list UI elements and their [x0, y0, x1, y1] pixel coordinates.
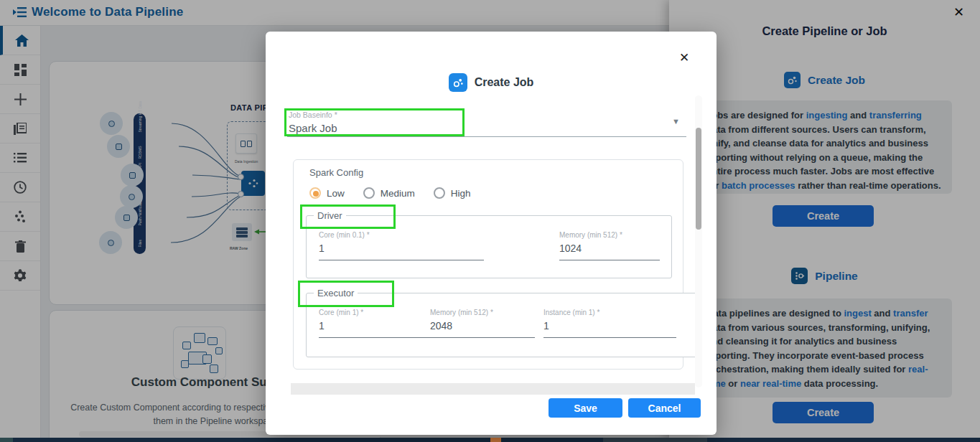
job-baseinfo-select[interactable]: Job Baseinfo * Spark Job: [289, 110, 337, 134]
driver-memory-field[interactable]: Memory (min 512) * 1024: [559, 231, 660, 260]
chevron-down-icon[interactable]: ▼: [672, 117, 680, 126]
driver-fieldset: Driver Core (min 0.1) * 1 Memory (min 51…: [306, 210, 672, 278]
job-baseinfo-label: Job Baseinfo *: [289, 110, 337, 119]
spark-config-panel: Spark Config Low Medium High Driver Core…: [293, 159, 683, 370]
radio-option-low[interactable]: Low: [309, 187, 345, 199]
radio-icon[interactable]: [434, 187, 445, 199]
executor-instance-field[interactable]: Instance (min 1) * 1: [543, 309, 676, 338]
driver-core-field[interactable]: Core (min 0.1) * 1: [319, 231, 484, 260]
radio-icon[interactable]: [363, 187, 375, 199]
spark-level-radio-group: Low Medium High: [309, 187, 471, 199]
section-divider-band: [291, 383, 695, 395]
modal-header: Create Job: [266, 73, 717, 92]
executor-fieldset: Executor Core (min 1) * 1 Memory (min 51…: [306, 288, 695, 357]
save-button[interactable]: Save: [549, 398, 622, 418]
app-screen: Welcome to Data Pipeline D: [0, 0, 980, 442]
bottom-system-strip: [0, 438, 980, 442]
radio-option-high[interactable]: High: [434, 187, 471, 199]
job-baseinfo-value: Spark Job: [289, 122, 337, 134]
modal-close-icon[interactable]: ✕: [679, 50, 689, 65]
modal-scrollbar[interactable]: [695, 95, 702, 387]
driver-legend: Driver: [314, 210, 346, 221]
executor-legend: Executor: [314, 288, 358, 298]
modal-title: Create Job: [475, 76, 534, 89]
scrollbar-thumb[interactable]: [696, 128, 701, 230]
job-icon: [449, 73, 467, 92]
spark-config-title: Spark Config: [309, 167, 363, 178]
cancel-button[interactable]: Cancel: [628, 398, 701, 418]
create-job-modal: ✕ Create Job Job Baseinfo * Spark Job ▼ …: [266, 32, 717, 435]
executor-memory-field[interactable]: Memory (min 512) * 2048: [430, 309, 535, 338]
radio-option-medium[interactable]: Medium: [363, 187, 415, 199]
select-underline: [287, 136, 686, 137]
radio-icon[interactable]: [309, 187, 321, 199]
spark-config-area: Spark Config Low Medium High Driver Core…: [293, 159, 695, 375]
